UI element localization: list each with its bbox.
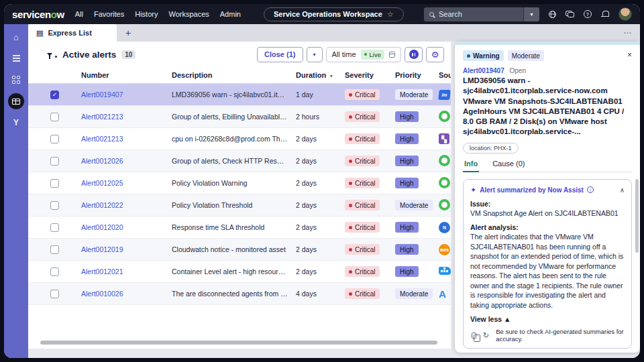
- row-checkbox[interactable]: ✓: [50, 90, 59, 99]
- now-assist-header: Alert summarized by Now Assist: [480, 186, 584, 194]
- table-row[interactable]: Alert0021213 Group of alerts, Ebilling U…: [28, 106, 451, 128]
- express-list-rail-icon[interactable]: [8, 93, 24, 109]
- nav-item-favorites[interactable]: Favorites: [94, 10, 124, 18]
- workspace-switcher[interactable]: Service Operations Workspace ☆: [264, 7, 404, 21]
- view-less-link[interactable]: View less ▲: [470, 315, 625, 323]
- severity-dot: [349, 248, 352, 251]
- alert-number-link[interactable]: Alert0012022: [81, 201, 123, 209]
- row-checkbox[interactable]: [50, 290, 59, 298]
- col-source[interactable]: Source: [439, 71, 451, 79]
- now-assist-card: ✦ Alert summarized by Now Assist i ∧ Iss…: [463, 179, 632, 349]
- row-checkbox[interactable]: [50, 245, 59, 254]
- row-checkbox[interactable]: [50, 223, 59, 232]
- tab-express-list[interactable]: ▤ Express List: [28, 24, 117, 42]
- close-alerts-button[interactable]: Close (1): [257, 47, 303, 62]
- alert-state: Open: [510, 67, 526, 74]
- globe-icon[interactable]: [549, 11, 556, 18]
- app-grid-icon[interactable]: [8, 72, 24, 88]
- overflow-menu-icon[interactable]: ⋯: [623, 28, 632, 38]
- alert-number-link[interactable]: Alert0012021: [81, 267, 123, 276]
- table-row[interactable]: Alert0012019 Cloudwatch notice - monitor…: [28, 239, 451, 261]
- table-row[interactable]: ✓ Alert0019407 LMD369056 warn - sjc4ilab…: [28, 84, 451, 106]
- time-filter-dropdown[interactable]: All time Live: [326, 47, 402, 62]
- alert-number-link[interactable]: Alert0021213: [81, 135, 123, 143]
- close-dropdown-button[interactable]: ▼: [307, 47, 323, 62]
- severity-badge: Critical: [345, 288, 380, 299]
- alert-number-link[interactable]: Alert0012020: [81, 223, 123, 231]
- home-icon[interactable]: ⌂: [8, 29, 24, 45]
- collapse-chevron-icon[interactable]: ∧: [620, 186, 625, 194]
- workflow-icon[interactable]: Y: [8, 115, 24, 131]
- alert-number-link[interactable]: Alert0012026: [81, 157, 123, 165]
- panel-scrollbar[interactable]: [635, 179, 639, 253]
- alert-number-link[interactable]: Alert0021213: [81, 113, 123, 121]
- chat-icon[interactable]: [566, 11, 574, 17]
- table-row[interactable]: Alert0021213 cpu on i-026268c8d@prod.com…: [28, 128, 451, 150]
- filter-icon[interactable]: [47, 53, 52, 56]
- logicmonitor-icon: lm: [438, 90, 451, 100]
- severity-badge: Critical: [345, 111, 380, 122]
- list-menu-icon[interactable]: [8, 50, 24, 66]
- list-settings-button[interactable]: ⚙: [426, 47, 444, 62]
- copy-icon[interactable]: [472, 333, 476, 339]
- tab-info[interactable]: Info: [463, 160, 479, 172]
- user-avatar[interactable]: [619, 7, 632, 21]
- table-row[interactable]: Alert0012020 Response time SLA threshold…: [28, 217, 451, 239]
- ai-disclaimer: Be sure to check AI-generated summaries …: [496, 328, 625, 343]
- nav-item-all[interactable]: All: [75, 10, 83, 18]
- panel-tabs: Info Cause (0): [463, 160, 632, 172]
- newrelic-icon: N: [439, 222, 450, 233]
- col-priority[interactable]: Priority: [395, 71, 439, 79]
- table-row[interactable]: Alert0012025 Policy Violation Warning 2 …: [28, 172, 451, 194]
- info-icon[interactable]: i: [587, 186, 594, 193]
- table-row[interactable]: Alert0012022 Policy Violation Threshold …: [28, 194, 451, 217]
- warning-dot: [467, 54, 470, 58]
- green-ring-icon: [439, 111, 450, 122]
- calendar-icon: [389, 52, 395, 58]
- add-tab-button[interactable]: +: [117, 24, 140, 42]
- regenerate-icon[interactable]: ↻: [483, 331, 489, 340]
- global-search[interactable]: Search ▼: [424, 7, 539, 21]
- search-input[interactable]: Search: [424, 7, 523, 21]
- col-duration[interactable]: Duration▼: [296, 71, 345, 79]
- tab-cause[interactable]: Cause (0): [491, 160, 526, 172]
- alert-description: Policy Violation Warning: [172, 179, 296, 187]
- col-description[interactable]: Description: [172, 71, 296, 79]
- nav-item-workspaces[interactable]: Workspaces: [168, 10, 209, 18]
- nav-item-history[interactable]: History: [135, 10, 158, 18]
- record-count-badge: 10: [121, 50, 136, 59]
- alert-title: LMD369056 warn - sjc4ilabvc01.itcorplab.…: [463, 76, 632, 137]
- favorite-star-icon[interactable]: ☆: [387, 10, 394, 19]
- alert-number-link[interactable]: Alert0010026: [81, 290, 123, 298]
- priority-badge: High: [395, 156, 419, 166]
- row-checkbox[interactable]: [50, 179, 59, 188]
- pause-live-button[interactable]: [405, 47, 423, 62]
- row-checkbox[interactable]: [50, 157, 59, 166]
- alert-duration: 4 days: [296, 290, 345, 298]
- row-checkbox[interactable]: [50, 113, 59, 121]
- col-number[interactable]: Number: [81, 71, 172, 79]
- search-scope-dropdown[interactable]: ▼: [523, 7, 539, 21]
- alert-number-link[interactable]: Alert0019407: [463, 67, 504, 74]
- alert-description: Group of alerts, Ebilling Unavailable : …: [172, 113, 296, 121]
- col-severity[interactable]: Severity: [345, 71, 395, 79]
- notifications-icon[interactable]: [601, 11, 609, 18]
- row-checkbox[interactable]: [50, 135, 59, 143]
- table-row[interactable]: Alert0012021 Container Level alert - hig…: [28, 261, 451, 283]
- green-ring-icon: [439, 155, 450, 166]
- horizontal-scrollbar[interactable]: [40, 341, 437, 345]
- nav-item-admin[interactable]: Admin: [220, 10, 241, 18]
- alert-number-link[interactable]: Alert0012025: [81, 179, 123, 187]
- filter-dot: [55, 56, 57, 58]
- alert-duration: 2 days: [296, 157, 345, 165]
- row-checkbox[interactable]: [50, 267, 59, 276]
- alert-number-link[interactable]: Alert0019407: [81, 90, 123, 99]
- help-icon[interactable]: ?: [584, 10, 592, 18]
- close-panel-icon[interactable]: ×: [627, 50, 632, 60]
- alert-duration: 1 day: [296, 90, 345, 99]
- severity-dot: [349, 160, 352, 163]
- row-checkbox[interactable]: [50, 201, 59, 210]
- table-row[interactable]: Alert0012026 Group of alerts, Check HTTP…: [28, 150, 451, 172]
- alert-number-link[interactable]: Alert0012019: [81, 245, 123, 253]
- table-row[interactable]: Alert0010026 The are disconnected agents…: [28, 283, 451, 305]
